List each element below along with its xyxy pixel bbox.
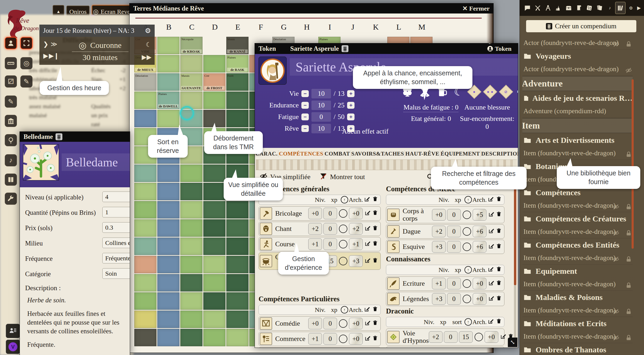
wound-medium-icon[interactable]: ● ● xyxy=(485,86,495,98)
sidebar-tab-settings[interactable]: ⚙ xyxy=(626,2,636,14)
skill-niveau[interactable]: +2 xyxy=(432,226,446,237)
drawings-controls-button[interactable]: ✎ xyxy=(5,95,17,108)
skill-niveau[interactable]: +1 xyxy=(432,278,446,289)
archive-toggle[interactable] xyxy=(463,243,471,251)
wound-grave-icon[interactable]: ⊘ xyxy=(501,86,511,98)
sidebar-tab-cards[interactable] xyxy=(595,2,604,14)
skill-xp[interactable]: 0 xyxy=(447,241,461,253)
compendium-folder[interactable]: Voyageurs xyxy=(522,49,633,63)
trash-icon[interactable] xyxy=(495,228,503,235)
edit-icon[interactable] xyxy=(364,225,371,233)
time-skip-icon[interactable]: ☾ xyxy=(146,41,151,48)
book-badge-icon[interactable] xyxy=(342,45,348,52)
compendium-folder[interactable]: Compétences de Créatures xyxy=(522,212,633,225)
sidebar-tab-playlists[interactable]: ♪ xyxy=(605,2,615,14)
archive-toggle[interactable] xyxy=(463,279,471,288)
tab--quipement[interactable]: ÉQUIPEMENT xyxy=(440,151,481,157)
tmr-map-close-button[interactable]: ✕ Fermer xyxy=(462,5,490,12)
edit-icon[interactable] xyxy=(488,295,495,303)
measure-controls-button[interactable] xyxy=(5,57,17,69)
belledame-titlebar[interactable]: Belledame xyxy=(20,132,130,142)
trash-icon[interactable] xyxy=(371,306,379,313)
trash-icon[interactable] xyxy=(371,320,379,327)
time-step-icon[interactable]: ≫ xyxy=(50,40,57,48)
skill-xp[interactable]: 0 xyxy=(447,278,461,289)
field-input[interactable] xyxy=(102,192,130,202)
edit-icon[interactable] xyxy=(364,196,371,203)
stat-value[interactable]: 10 xyxy=(311,101,331,110)
edit-icon[interactable] xyxy=(487,266,495,274)
stat-plus-button[interactable]: + xyxy=(347,113,355,120)
skill-xp[interactable]: 0 xyxy=(323,223,337,235)
sidebar-tab-combat[interactable] xyxy=(533,2,542,14)
archive-toggle[interactable] xyxy=(463,295,471,303)
sheet-action-token[interactable]: Token xyxy=(487,45,514,52)
edit-icon[interactable] xyxy=(487,318,495,326)
sidebar-tab-chat[interactable] xyxy=(522,2,532,14)
field-input[interactable] xyxy=(102,238,130,248)
sheet-scrollbar[interactable] xyxy=(514,185,516,343)
skill-name[interactable]: Ecriture xyxy=(403,280,432,287)
skill-name[interactable]: Commerce xyxy=(275,335,308,343)
skill-sort[interactable]: 15 xyxy=(459,331,473,343)
skill-niveau[interactable]: +2 xyxy=(429,331,443,343)
archive-toggle[interactable] xyxy=(463,211,471,219)
compendium-section-adventure[interactable]: Adventure xyxy=(522,76,633,91)
trash-icon[interactable] xyxy=(495,243,503,251)
stat-value[interactable]: 0 xyxy=(311,112,331,122)
tab-haut-r-ve[interactable]: HAUT-RÊVE xyxy=(405,151,440,157)
archive-all-icon[interactable]: ↑ xyxy=(464,266,472,274)
tab-description[interactable]: DESCRIPTION xyxy=(481,151,518,157)
sounds-controls-button[interactable]: ♪ xyxy=(5,154,17,166)
archive-toggle[interactable] xyxy=(463,227,471,236)
tab-comp-tences[interactable]: COMPÉTENCES xyxy=(278,151,324,157)
status-malus-fatigue[interactable]: Malus de fatigue : 0 xyxy=(403,103,458,112)
show-all-filter[interactable]: Montrer tout xyxy=(319,172,365,182)
lighting-controls-button[interactable] xyxy=(5,134,17,146)
skill-niveau[interactable]: +1 xyxy=(308,333,322,345)
compendium-pack[interactable]: Adventure (compendium-rdd) xyxy=(522,105,633,118)
field-input[interactable] xyxy=(102,253,130,263)
skill-xp[interactable]: 0 xyxy=(444,331,458,343)
skill-xp[interactable]: 0 xyxy=(447,293,461,305)
resize-handle[interactable]: ⤡ xyxy=(508,338,517,347)
skill-xp[interactable]: 0 xyxy=(447,226,461,237)
skill-name[interactable]: Voie de Narcos xyxy=(403,348,422,348)
notes-controls-button[interactable] xyxy=(5,174,17,186)
edit-icon[interactable] xyxy=(488,211,495,219)
archive-all-icon[interactable]: ↑ xyxy=(341,306,348,313)
skill-niveau[interactable]: +0 xyxy=(308,208,322,219)
sidebar-tab-tables[interactable] xyxy=(584,2,594,14)
trash-icon[interactable] xyxy=(495,196,503,203)
tmr-map-titlebar[interactable]: Terres Médianes de Rêve ✕ Fermer xyxy=(130,3,493,13)
sheet-titlebar[interactable]: Token Sariette Asperule ⚙FeuilleToken✕Fe… xyxy=(255,43,518,54)
edit-icon[interactable] xyxy=(488,228,495,235)
compendium-folder[interactable]: Ombres de Thanatos xyxy=(522,343,633,355)
skill-name[interactable]: Esquive xyxy=(403,243,432,251)
skill-niveau[interactable]: +0 xyxy=(432,209,446,221)
tab-combat[interactable]: COMBAT xyxy=(324,151,351,157)
compendium-folder[interactable]: Compétences des Entités xyxy=(522,238,633,252)
token-controls-button[interactable] xyxy=(5,37,17,49)
sheet-action-feuille[interactable]: ⚙Feuille xyxy=(487,43,514,45)
sidebar-tab-journal[interactable] xyxy=(574,2,584,14)
field-input[interactable] xyxy=(102,222,130,233)
archive-toggle[interactable] xyxy=(475,333,483,341)
sidebar-tab-compendium[interactable] xyxy=(615,2,625,14)
calendar-date-bar[interactable]: Jour 15 de Roseau (hiver) – NA: 3 ⚙ xyxy=(39,25,155,37)
trash-icon[interactable] xyxy=(371,210,379,217)
skill-name[interactable]: Légendes xyxy=(403,295,432,303)
trash-icon[interactable] xyxy=(495,280,503,287)
compendium-pack[interactable]: Actor (foundryvtt-reve-de-dragon) xyxy=(522,37,633,49)
skill-niveau[interactable]: +1 xyxy=(308,238,322,250)
tiles-controls-button[interactable]: ⚂ xyxy=(5,75,17,88)
skill-xp[interactable]: 0 xyxy=(323,208,337,219)
skill-name[interactable]: Voie d'Hypnos xyxy=(403,330,429,344)
skill-niveau[interactable]: +0 xyxy=(308,318,322,329)
compendium-pack[interactable]: Item (foundryvtt-reve-de-dragon) xyxy=(522,330,633,343)
trash-icon[interactable] xyxy=(371,225,379,233)
compendium-pack[interactable]: Item (foundryvtt-reve-de-dragon) xyxy=(522,147,633,160)
trash-icon[interactable] xyxy=(495,318,503,326)
skill-name[interactable]: Corps à corps xyxy=(403,207,432,222)
skill-name[interactable]: Dague xyxy=(403,228,432,235)
